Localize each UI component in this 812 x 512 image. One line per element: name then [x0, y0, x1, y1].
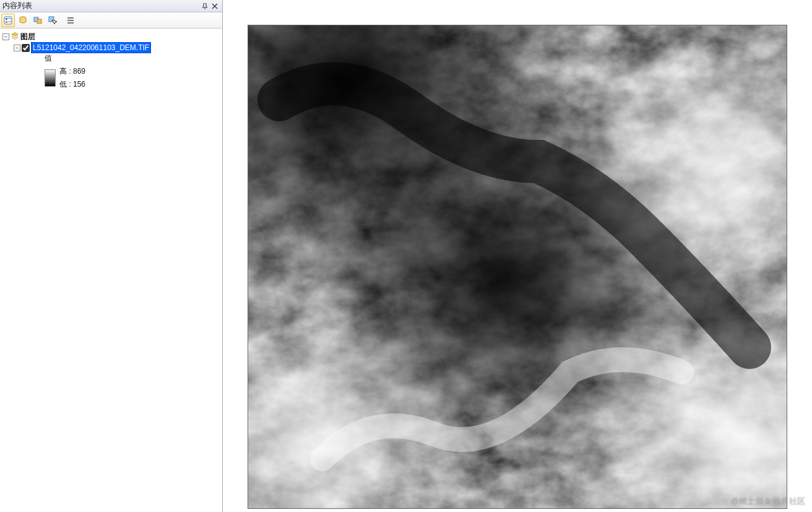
svg-rect-8	[67, 20, 74, 21]
legend-high-label: 高 : 869	[59, 66, 85, 77]
options-icon[interactable]	[64, 14, 78, 27]
legend-ramp-row: 高 : 869 低 : 156	[45, 66, 222, 90]
map-view[interactable]: @稀土掘金技术社区	[223, 0, 812, 512]
tree-root-row[interactable]: − 图层	[1, 31, 222, 42]
list-by-visibility-icon[interactable]	[31, 14, 45, 27]
tree-children: − L5121042_04220061103_DEM.TIF 值 高 : 869…	[1, 42, 222, 90]
toc-view-tabs	[1, 14, 59, 27]
toc-panel: 内容列表	[0, 0, 223, 512]
legend-low-label: 低 : 156	[59, 79, 85, 90]
layer-visibility-checkbox[interactable]	[22, 44, 30, 52]
app-root: 内容列表	[0, 0, 812, 512]
svg-rect-9	[67, 22, 74, 24]
svg-rect-5	[37, 19, 41, 24]
list-by-selection-icon[interactable]	[46, 14, 59, 27]
layer-tree: − 图层 − L5121042_04220061103_DEM.TIF 值	[0, 28, 222, 512]
dem-raster	[248, 25, 787, 509]
layer-row[interactable]: − L5121042_04220061103_DEM.TIF	[12, 42, 222, 53]
legend-title: 值	[45, 53, 222, 64]
layers-icon	[11, 32, 19, 42]
collapse-icon[interactable]: −	[2, 33, 9, 40]
close-icon[interactable]	[210, 1, 220, 11]
grayscale-ramp-icon	[45, 69, 56, 87]
layer-name[interactable]: L5121042_04220061103_DEM.TIF	[31, 42, 151, 53]
svg-rect-7	[67, 17, 74, 19]
svg-rect-0	[4, 17, 12, 24]
list-by-drawing-order-icon[interactable]	[1, 14, 15, 27]
pin-icon[interactable]	[200, 1, 210, 11]
toc-header: 内容列表	[0, 0, 222, 12]
collapse-icon[interactable]: −	[14, 45, 20, 51]
toc-title: 内容列表	[2, 1, 200, 11]
layer-legend: 值 高 : 869 低 : 156	[12, 53, 222, 90]
svg-rect-2	[6, 21, 7, 23]
legend-values: 高 : 869 低 : 156	[59, 66, 85, 90]
svg-rect-1	[6, 18, 7, 20]
tree-root-label: 图层	[20, 32, 35, 42]
list-by-source-icon[interactable]	[16, 14, 30, 27]
toc-toolbar	[0, 12, 222, 28]
